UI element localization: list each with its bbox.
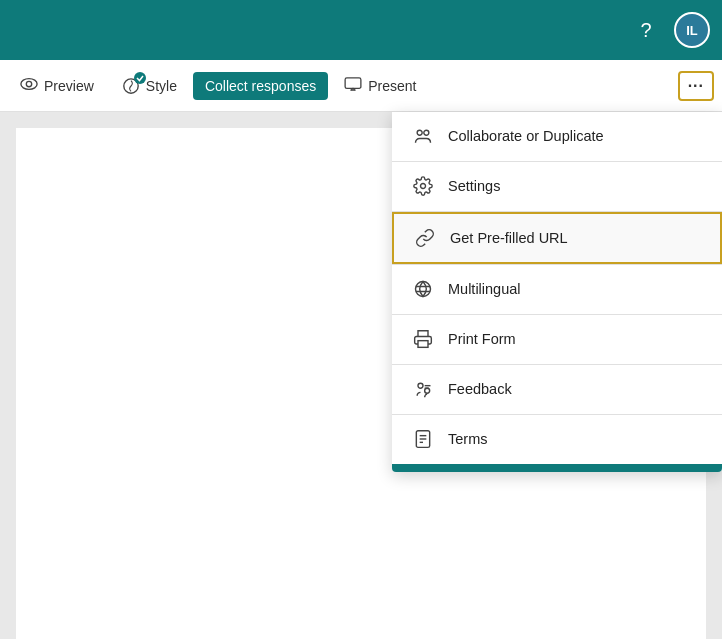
multilingual-label: Multilingual xyxy=(448,281,521,297)
svg-point-10 xyxy=(418,383,423,388)
menu-item-prefilled[interactable]: Get Pre-filled URL xyxy=(392,212,722,264)
globe-icon xyxy=(412,279,434,299)
main-area: Collaborate or Duplicate Settings Ge xyxy=(0,112,722,639)
print-label: Print Form xyxy=(448,331,516,347)
menu-item-collaborate[interactable]: Collaborate or Duplicate xyxy=(392,112,722,161)
settings-label: Settings xyxy=(448,178,500,194)
collaborate-label: Collaborate or Duplicate xyxy=(448,128,604,144)
present-label: Present xyxy=(368,78,416,94)
terms-icon xyxy=(412,429,434,449)
collaborate-icon xyxy=(412,126,434,146)
preview-button[interactable]: Preview xyxy=(8,69,106,103)
style-label: Style xyxy=(146,78,177,94)
feedback-icon xyxy=(412,379,434,399)
svg-point-11 xyxy=(425,388,430,393)
present-icon xyxy=(344,77,362,95)
more-icon: ··· xyxy=(688,77,704,95)
svg-rect-9 xyxy=(418,341,428,348)
header: ? IL xyxy=(0,0,722,60)
feedback-label: Feedback xyxy=(448,381,512,397)
svg-point-5 xyxy=(417,130,422,135)
menu-item-settings[interactable]: Settings xyxy=(392,162,722,211)
collect-label: Collect responses xyxy=(205,78,316,94)
style-icon xyxy=(122,77,140,95)
menu-item-multilingual[interactable]: Multilingual xyxy=(392,265,722,314)
svg-rect-3 xyxy=(345,77,361,88)
svg-point-0 xyxy=(21,78,37,89)
prefilled-label: Get Pre-filled URL xyxy=(450,230,568,246)
settings-icon xyxy=(412,176,434,196)
svg-point-8 xyxy=(416,282,431,297)
svg-point-7 xyxy=(421,184,426,189)
toolbar: Preview Style Collect responses Present xyxy=(0,60,722,112)
print-icon xyxy=(412,329,434,349)
svg-point-6 xyxy=(424,130,429,135)
menu-item-terms[interactable]: Terms xyxy=(392,415,722,464)
help-button[interactable]: ? xyxy=(630,14,662,46)
style-button[interactable]: Style xyxy=(110,71,189,101)
dropdown-menu: Collaborate or Duplicate Settings Ge xyxy=(392,112,722,472)
user-avatar[interactable]: IL xyxy=(674,12,710,48)
link-icon xyxy=(414,228,436,248)
preview-icon xyxy=(20,75,38,97)
collect-button[interactable]: Collect responses xyxy=(193,72,328,100)
menu-bottom-bar xyxy=(392,464,722,472)
menu-item-feedback[interactable]: Feedback xyxy=(392,365,722,414)
present-button[interactable]: Present xyxy=(332,71,428,101)
menu-item-print[interactable]: Print Form xyxy=(392,315,722,364)
terms-label: Terms xyxy=(448,431,487,447)
more-button[interactable]: ··· xyxy=(678,71,714,101)
preview-label: Preview xyxy=(44,78,94,94)
svg-point-1 xyxy=(26,81,31,86)
